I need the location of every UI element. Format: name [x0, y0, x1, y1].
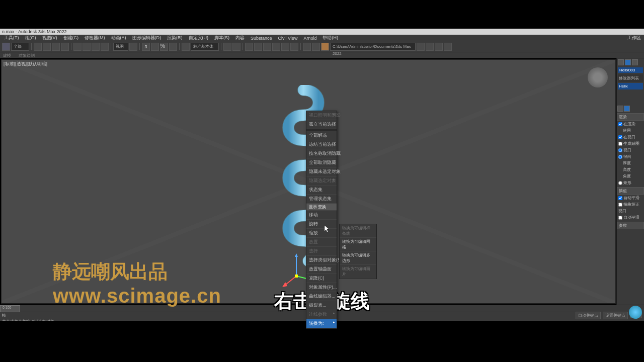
convert-spline[interactable]: 转换为可编辑样条线: [340, 224, 376, 238]
named-sel-drop[interactable]: 标准基本体: [191, 43, 219, 51]
menu-anim[interactable]: 动画(A): [108, 35, 129, 41]
toggle-ribbon-icon[interactable]: [263, 43, 271, 51]
modifier-stack-item[interactable]: Helix: [618, 83, 643, 89]
place-icon[interactable]: [101, 43, 109, 51]
quad-unhide-name[interactable]: 按名称取消隐藏: [306, 149, 337, 158]
select-rect-icon[interactable]: [52, 43, 60, 51]
align-icon[interactable]: [232, 43, 240, 51]
menu-render[interactable]: 渲染(R): [164, 35, 186, 41]
scene-explorer-icon[interactable]: [254, 43, 262, 51]
menu-script[interactable]: 脚本(S): [211, 35, 232, 41]
menu-tools[interactable]: 工具(T): [1, 35, 22, 41]
opt-height[interactable]: 高度: [617, 166, 644, 173]
scale-icon[interactable]: [92, 43, 100, 51]
menu-graph[interactable]: 图形编辑器(D): [129, 35, 165, 41]
menu-modifier[interactable]: 修改器(M): [82, 35, 108, 41]
convert-mesh[interactable]: 转换为可编辑网格: [340, 238, 376, 251]
named-sel-icon[interactable]: [182, 43, 190, 51]
quad-place[interactable]: 放置: [306, 238, 337, 247]
menu-workspace[interactable]: 工作区: [624, 35, 644, 41]
render-setup-icon[interactable]: [303, 43, 311, 51]
viewport-label[interactable]: [标准][透视][默认明暗]: [4, 61, 47, 67]
quad-rotate[interactable]: 旋转: [306, 220, 337, 229]
menu-substance[interactable]: Substance: [248, 36, 275, 41]
interp-rollout[interactable]: 插值: [617, 187, 644, 195]
quad-viewport-lighting[interactable]: 视口照明和阴影: [306, 111, 337, 120]
render-frame-icon[interactable]: [312, 43, 320, 51]
material-editor-icon[interactable]: [290, 43, 298, 51]
undo-icon[interactable]: [2, 43, 10, 51]
quad-obj-props[interactable]: 对象属性(P)...: [306, 283, 337, 292]
snap-3-icon[interactable]: 3: [142, 43, 150, 51]
convert-patch[interactable]: 转换为可编辑面片: [340, 265, 376, 279]
set-key-button[interactable]: 设置关键点: [603, 312, 628, 319]
quad-hide-unsel[interactable]: 隐藏未选定对象: [306, 167, 337, 176]
menu-civil[interactable]: Civil View: [275, 36, 301, 41]
quad-select-similar[interactable]: 选择类似对象(S): [306, 256, 337, 265]
pivot-icon[interactable]: [129, 43, 137, 51]
select-name-icon[interactable]: [43, 43, 51, 51]
quad-unhide-all[interactable]: 全部取消隐藏: [306, 158, 337, 167]
create-tab-icon[interactable]: [618, 59, 624, 65]
menu-arnold[interactable]: Arnold: [300, 36, 319, 41]
auto-key-button[interactable]: 自动关键点: [576, 312, 601, 319]
menu-create[interactable]: 创建(C): [60, 35, 82, 41]
modify-tab-icon[interactable]: [625, 59, 631, 65]
project-path[interactable]: C:\Users\Administrator\Documents\3ds Max…: [330, 43, 416, 51]
quad-wire-params[interactable]: 连线参数: [306, 310, 337, 319]
opt2-auto[interactable]: 自动平滑: [617, 195, 644, 201]
selection-filter[interactable]: 全部: [11, 43, 29, 51]
menu-view[interactable]: 视图(V): [39, 35, 60, 41]
menu-custom[interactable]: 自定义(U): [186, 35, 212, 41]
path-btn4[interactable]: [444, 43, 452, 51]
opt-render[interactable]: 在渲染: [617, 121, 644, 127]
quad-select[interactable]: 选择: [306, 247, 337, 256]
window-crossing-icon[interactable]: [61, 43, 69, 51]
ribbon-tab[interactable]: 建模: [0, 53, 14, 58]
path-btn1[interactable]: [417, 43, 425, 51]
menu-help[interactable]: 帮助(H): [319, 35, 341, 41]
quad-dope-sheet[interactable]: 摄影表...: [306, 301, 337, 310]
quad-state-sets[interactable]: 状态集: [306, 186, 337, 195]
hierarchy-tab-icon[interactable]: [632, 59, 638, 65]
quad-scale[interactable]: 缩放: [306, 229, 337, 238]
move-icon[interactable]: [73, 43, 82, 51]
select-icon[interactable]: [34, 43, 42, 51]
opt-radial[interactable]: 径向: [617, 153, 644, 160]
opt-use[interactable]: 使用: [617, 127, 644, 134]
schematic-icon[interactable]: [281, 43, 289, 51]
opt-viewport[interactable]: 在视口: [617, 134, 644, 140]
convert-poly[interactable]: 转换为可编辑多边形: [340, 251, 376, 265]
spinner-snap-icon[interactable]: [169, 43, 177, 51]
opt-genmap[interactable]: 生成贴图: [617, 140, 644, 147]
pin-stack-icon[interactable]: [617, 106, 623, 112]
render-rollout[interactable]: 渲染: [617, 113, 644, 121]
opt2-auto2[interactable]: 自动平滑: [617, 214, 644, 221]
quad-convert-to[interactable]: 转换为:: [306, 319, 337, 328]
quad-isolate[interactable]: 孤立当前选择: [306, 120, 337, 129]
menu-content[interactable]: 内容: [232, 35, 248, 41]
mirror-icon[interactable]: [223, 43, 231, 51]
render-icon[interactable]: [321, 43, 329, 51]
quad-move[interactable]: 移动: [306, 211, 337, 220]
quad-curve-editor[interactable]: 曲线编辑器...: [306, 292, 337, 301]
menu-group[interactable]: 组(G): [22, 35, 39, 41]
quad-manage-state[interactable]: 管理状态集: [306, 195, 337, 204]
time-slider-thumb[interactable]: 0 100: [0, 305, 20, 312]
floating-action-icon[interactable]: [629, 306, 642, 319]
params-rollout[interactable]: 参数: [617, 222, 644, 229]
layer-icon[interactable]: [245, 43, 253, 51]
opt-angle[interactable]: 角度: [617, 173, 644, 179]
opt-thick[interactable]: 厚度: [617, 160, 644, 166]
quad-unfreeze-all[interactable]: 全部解冻: [306, 131, 337, 140]
ribbon-tab2[interactable]: 对象绘制: [16, 53, 38, 58]
angle-snap-icon[interactable]: [151, 43, 159, 51]
quad-clone[interactable]: 克隆(C): [306, 274, 337, 283]
opt-vp2[interactable]: 视口: [617, 147, 644, 153]
opt-rect[interactable]: 矩形: [617, 179, 644, 186]
opt2-vp[interactable]: 视口: [617, 208, 644, 214]
ref-coord[interactable]: 视图: [113, 43, 128, 51]
opt2-twist[interactable]: 扭曲矫正: [617, 201, 644, 208]
quad-hide-sel[interactable]: 隐藏选定对象: [306, 176, 337, 186]
modifier-list[interactable]: 修改器列表: [618, 74, 643, 82]
